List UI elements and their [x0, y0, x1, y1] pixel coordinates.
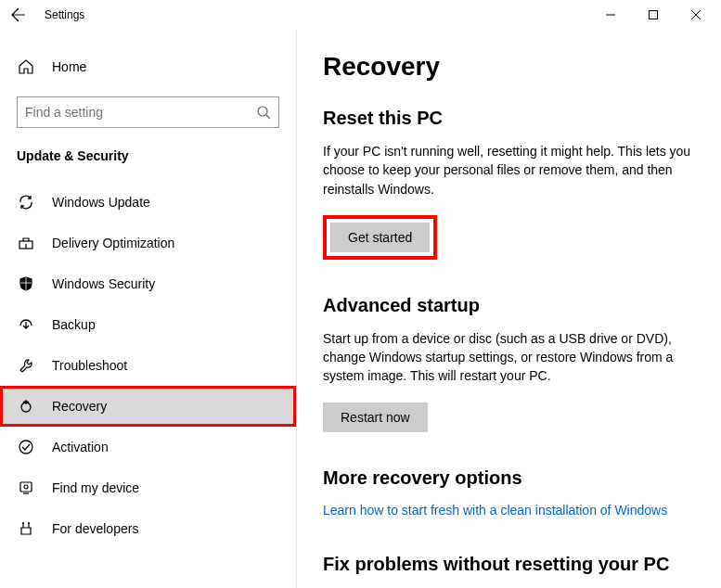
sidebar-item-label: Backup [52, 317, 96, 332]
reset-pc-section: Reset this PC If your PC isn't running w… [323, 108, 695, 260]
advanced-startup-text: Start up from a device or disc (such as … [323, 329, 694, 386]
fix-problems-heading: Fix problems without resetting your PC [323, 554, 695, 575]
svg-point-8 [28, 522, 30, 524]
maximize-button[interactable] [632, 0, 675, 30]
sidebar-item-windows-update[interactable]: Windows Update [0, 182, 296, 223]
arrow-left-icon [11, 7, 26, 22]
svg-point-1 [258, 107, 267, 116]
sidebar: Home Update & Security Windows Update [0, 30, 297, 588]
page-title: Recovery [323, 52, 695, 82]
fix-problems-section: Fix problems without resetting your PC [323, 554, 695, 575]
main-content: Recovery Reset this PC If your PC isn't … [297, 30, 721, 588]
sync-icon [17, 193, 35, 211]
shield-icon [17, 275, 35, 293]
sidebar-item-delivery-optimization[interactable]: Delivery Optimization [0, 223, 296, 263]
minimize-icon [606, 10, 615, 19]
sidebar-item-label: Troubleshoot [52, 358, 127, 373]
restart-now-button[interactable]: Restart now [323, 403, 428, 432]
sidebar-item-backup[interactable]: Backup [0, 304, 296, 345]
more-recovery-heading: More recovery options [323, 467, 695, 489]
svg-point-6 [24, 485, 28, 489]
recovery-icon [17, 397, 35, 415]
settings-window: Settings Home [0, 0, 721, 588]
sidebar-item-label: Find my device [52, 480, 139, 495]
search-icon [256, 105, 271, 120]
search-box[interactable] [17, 96, 279, 128]
get-started-button[interactable]: Get started [330, 223, 430, 252]
svg-point-7 [22, 522, 24, 524]
search-input[interactable] [25, 105, 256, 120]
titlebar: Settings [0, 0, 721, 30]
content-area: Home Update & Security Windows Update [0, 30, 721, 588]
advanced-startup-section: Advanced startup Start up from a device … [323, 295, 695, 432]
close-icon [691, 10, 701, 19]
reset-pc-text: If your PC isn't running well, resetting… [323, 142, 694, 198]
sidebar-item-find-my-device[interactable]: Find my device [0, 467, 296, 508]
sidebar-item-label: For developers [52, 521, 138, 536]
back-button[interactable] [4, 0, 33, 30]
backup-icon [17, 315, 35, 334]
more-recovery-section: More recovery options Learn how to start… [323, 467, 695, 518]
sidebar-item-windows-security[interactable]: Windows Security [0, 263, 296, 304]
svg-rect-0 [650, 11, 658, 19]
sidebar-item-label: Recovery [52, 399, 107, 414]
delivery-icon [17, 234, 35, 252]
svg-point-4 [19, 441, 32, 454]
close-button[interactable] [675, 0, 717, 30]
reset-pc-heading: Reset this PC [323, 108, 695, 129]
sidebar-item-for-developers[interactable]: For developers [0, 508, 296, 549]
start-fresh-link[interactable]: Learn how to start fresh with a clean in… [323, 503, 667, 518]
window-controls [589, 0, 717, 30]
window-title: Settings [45, 8, 84, 21]
sidebar-item-label: Windows Update [52, 195, 150, 210]
home-nav[interactable]: Home [0, 48, 296, 85]
wrench-icon [17, 356, 35, 375]
sidebar-item-label: Activation [52, 440, 109, 454]
nav-list: Windows Update Delivery Optimization Win… [0, 182, 296, 549]
maximize-icon [649, 10, 658, 19]
sidebar-item-recovery[interactable]: Recovery [0, 386, 296, 427]
sidebar-item-label: Windows Security [52, 276, 155, 291]
get-started-highlight: Get started [323, 215, 437, 260]
category-header: Update & Security [0, 132, 296, 171]
home-icon [17, 58, 35, 76]
developer-icon [17, 519, 35, 538]
sidebar-item-activation[interactable]: Activation [0, 427, 296, 467]
home-label: Home [52, 59, 86, 74]
sidebar-item-label: Delivery Optimization [52, 236, 174, 250]
sidebar-item-troubleshoot[interactable]: Troubleshoot [0, 345, 296, 386]
svg-rect-5 [20, 482, 32, 492]
minimize-button[interactable] [589, 0, 632, 30]
location-icon [17, 479, 35, 497]
check-circle-icon [17, 438, 35, 456]
advanced-startup-heading: Advanced startup [323, 295, 695, 316]
